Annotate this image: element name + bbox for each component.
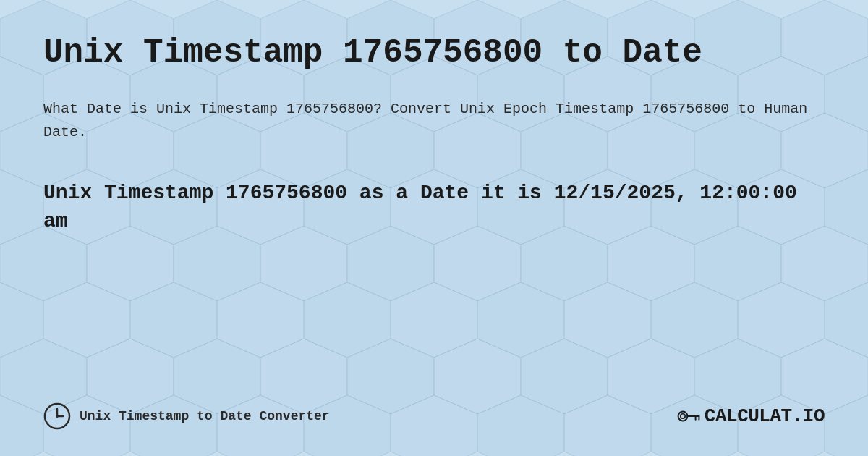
svg-point-89: [56, 415, 59, 418]
svg-point-91: [681, 414, 685, 418]
result-section: Unix Timestamp 1765756800 as a Date it i…: [43, 179, 825, 235]
page-description: What Date is Unix Timestamp 1765756800? …: [43, 98, 825, 144]
logo: CALCULAT.IO: [677, 405, 825, 428]
logo-text: CALCULAT.IO: [705, 405, 825, 427]
logo-icon: [677, 405, 700, 428]
footer: Unix Timestamp to Date Converter CALCULA…: [43, 388, 825, 430]
svg-point-90: [678, 412, 687, 421]
page-title: Unix Timestamp 1765756800 to Date: [43, 35, 825, 72]
page-content: Unix Timestamp 1765756800 to Date What D…: [0, 0, 868, 456]
result-text: Unix Timestamp 1765756800 as a Date it i…: [43, 179, 825, 235]
footer-left: Unix Timestamp to Date Converter: [43, 402, 330, 430]
clock-icon: [43, 402, 71, 430]
footer-label: Unix Timestamp to Date Converter: [80, 409, 330, 423]
